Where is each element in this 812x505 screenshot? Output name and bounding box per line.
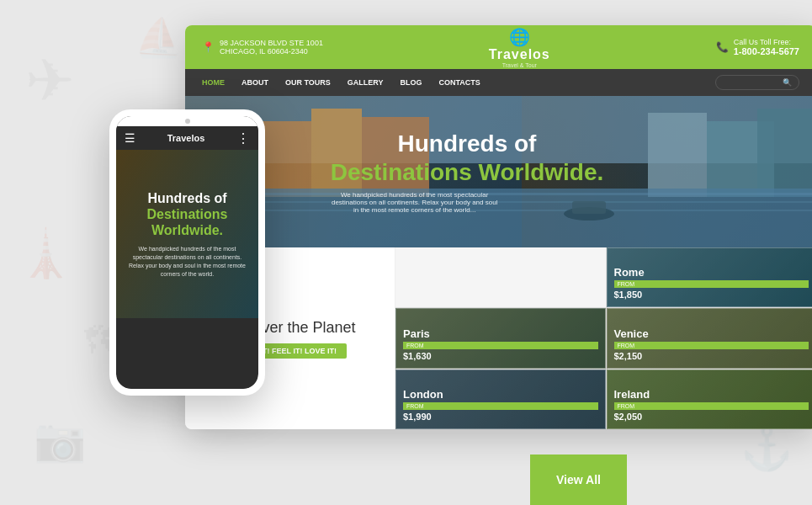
destination-london[interactable]: London FROM $1,990 <box>395 369 606 429</box>
hero-title: Hundreds of Destinations Worldwide. <box>331 130 604 186</box>
logo-sub: Travel & Tour <box>502 62 537 68</box>
mobile-notch <box>116 116 258 126</box>
svg-text:⛵: ⛵ <box>135 15 183 61</box>
nav-blog[interactable]: BLOG <box>401 78 422 87</box>
globe-icon: 🌐 <box>509 27 530 47</box>
mobile-menu-icon[interactable]: ☰ <box>125 131 135 145</box>
nav-tours[interactable]: OUR TOURS <box>285 78 331 87</box>
paris-name: Paris <box>403 327 598 340</box>
rome-price: $1,850 <box>614 290 809 300</box>
hero-title-line1: Hundreds of <box>398 130 537 157</box>
phone-icon: 📞 <box>716 41 729 53</box>
nav-search[interactable]: 🔍 <box>715 75 799 90</box>
mobile-logo: Travelos <box>167 133 205 143</box>
header-phone: 📞 Call Us Toll Free: 1-800-234-5677 <box>716 38 799 56</box>
london-name: London <box>403 388 598 401</box>
venice-info: Venice FROM $2,150 <box>608 309 813 367</box>
london-info: London FROM $1,990 <box>396 370 605 428</box>
desktop-header: 📍 98 JACKSON BLVD STE 1001 CHICAGO, IL 6… <box>185 25 812 69</box>
svg-text:✈: ✈ <box>25 48 75 114</box>
logo-name: Travelos <box>489 47 550 62</box>
svg-rect-17 <box>648 113 707 197</box>
hero-text: Hundreds of Destinations Worldwide. We h… <box>331 130 604 214</box>
nav-about[interactable]: ABOUT <box>241 78 268 87</box>
svg-text:📷: 📷 <box>34 415 87 465</box>
phone-number: 1-800-234-5677 <box>734 46 799 56</box>
address-line1: 98 JACKSON BLVD STE 1001 <box>220 39 323 47</box>
phone-label: Call Us Toll Free: <box>734 38 799 46</box>
svg-text:🗼: 🗼 <box>17 226 75 281</box>
rome-name: Rome <box>614 266 809 279</box>
destination-venice[interactable]: Venice FROM $2,150 <box>607 308 813 368</box>
mobile-hero-content: Hundreds of Destinations Worldwide. We h… <box>129 190 246 279</box>
mobile-camera <box>185 119 190 124</box>
svg-text:⚓: ⚓ <box>740 423 793 474</box>
mobile-more-icon[interactable]: ⋮ <box>236 130 250 146</box>
destination-ireland[interactable]: Ireland FROM $2,050 <box>607 369 813 429</box>
destination-rome[interactable]: Rome FROM $1,850 <box>607 247 813 307</box>
nav-gallery[interactable]: GALLERY <box>348 78 384 87</box>
mobile-nav: ☰ Travelos ⋮ <box>116 126 258 150</box>
mobile-inner: ☰ Travelos ⋮ Hundreds of Destinations Wo… <box>116 116 258 389</box>
destinations-grid: Rome FROM $1,850 Paris FROM $1,630 Ven <box>395 247 812 429</box>
header-logo: 🌐 Travelos Travel & Tour <box>489 27 550 68</box>
venice-from: FROM <box>614 342 809 349</box>
desktop-hero: Hundreds of Destinations Worldwide. We h… <box>185 96 812 247</box>
paris-info: Paris FROM $1,630 <box>396 309 605 367</box>
london-price: $1,990 <box>403 412 598 422</box>
venice-price: $2,150 <box>614 351 809 361</box>
address-line2: CHICAGO, IL 60604-2340 <box>220 47 323 56</box>
mobile-mockup: ☰ Travelos ⋮ Hundreds of Destinations Wo… <box>109 109 265 396</box>
hero-subtitle: We handpicked hundreds of the most spect… <box>331 191 499 214</box>
svg-rect-19 <box>757 109 812 197</box>
view-all-tile[interactable]: View All <box>530 454 627 505</box>
mobile-hero-body: We handpicked hundreds of the most spect… <box>129 245 246 278</box>
mobile-hero-line3: Worldwide. <box>151 223 223 237</box>
search-icon: 🔍 <box>783 78 792 87</box>
nav-home[interactable]: HOME <box>202 78 225 87</box>
discover-placeholder <box>395 247 606 307</box>
mobile-hero: Hundreds of Destinations Worldwide. We h… <box>116 150 258 318</box>
paris-price: $1,630 <box>403 351 598 361</box>
rome-from: FROM <box>614 280 809 288</box>
destination-paris[interactable]: Paris FROM $1,630 <box>395 308 606 368</box>
desktop-mockup: 📍 98 JACKSON BLVD STE 1001 CHICAGO, IL 6… <box>185 25 812 429</box>
desktop-content: Discover the Planet SEE IT! FEEL IT! LOV… <box>185 247 812 429</box>
ireland-price: $2,050 <box>614 412 809 422</box>
ireland-from: FROM <box>614 402 809 410</box>
desktop-nav: HOME ABOUT OUR TOURS GALLERY BLOG CONTAC… <box>185 69 812 96</box>
view-all-label: View All <box>556 473 601 486</box>
nav-contacts[interactable]: CONTACTS <box>439 78 480 87</box>
paris-from: FROM <box>403 342 598 349</box>
ireland-info: Ireland FROM $2,050 <box>608 370 813 428</box>
mobile-hero-line1: Hundreds of <box>147 191 226 205</box>
mobile-hero-title: Hundreds of Destinations Worldwide. <box>129 190 246 239</box>
ireland-name: Ireland <box>614 388 809 401</box>
hero-title-line2: Destinations Worldwide. <box>331 159 604 185</box>
location-icon: 📍 <box>202 41 215 53</box>
venice-name: Venice <box>614 327 809 340</box>
mobile-hero-line2: Destinations <box>146 207 227 221</box>
rome-info: Rome FROM $1,850 <box>608 248 813 306</box>
london-from: FROM <box>403 402 598 410</box>
header-address: 📍 98 JACKSON BLVD STE 1001 CHICAGO, IL 6… <box>202 39 323 56</box>
